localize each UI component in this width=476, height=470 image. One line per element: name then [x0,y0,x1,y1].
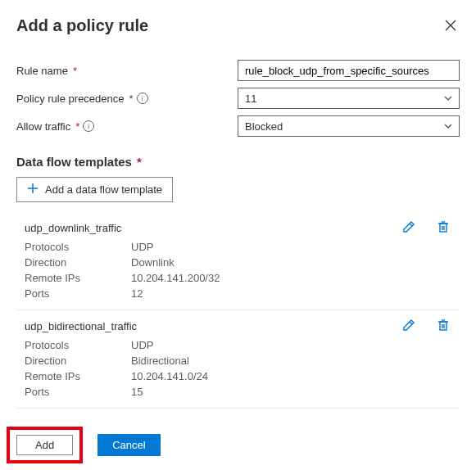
field-label: Remote IPs [25,272,131,284]
add-button[interactable]: Add [16,435,73,455]
svg-line-4 [410,224,412,226]
data-flow-template-item: udp_downlink_traffic Protocols UDP Direc… [16,212,460,310]
svg-line-10 [410,322,412,324]
precedence-select[interactable]: 11 [238,88,460,109]
close-icon [445,21,456,34]
template-name: udp_downlink_traffic [25,222,121,234]
info-icon[interactable]: i [83,120,94,132]
allow-traffic-label: Allow traffic* i [16,120,238,133]
field-label: Protocols [25,241,131,253]
highlight-box: Add [7,427,83,463]
field-value: Downlink [131,256,455,269]
pencil-icon [402,319,415,334]
edit-template-button[interactable] [402,220,415,236]
field-label: Remote IPs [25,370,131,382]
add-data-flow-template-button[interactable]: Add a data flow template [16,177,173,202]
field-value: 15 [131,386,455,398]
field-value: 12 [131,287,455,300]
data-flow-templates-heading: Data flow templates * [16,155,460,169]
svg-rect-5 [440,224,447,232]
field-label: Direction [25,256,131,269]
field-label: Direction [25,355,131,367]
field-label: Ports [25,386,131,398]
allow-traffic-value: Blocked [245,120,283,133]
precedence-label: Policy rule precedence* i [16,93,238,105]
field-label: Protocols [25,339,131,351]
field-value: UDP [131,241,455,253]
dialog-title: Add a policy rule [16,16,148,35]
field-value: UDP [131,339,455,351]
edit-template-button[interactable] [402,319,415,334]
field-value: Bidirectional [131,355,455,367]
delete-template-button[interactable] [437,220,450,236]
rule-name-label: Rule name* [16,65,238,77]
field-label: Ports [25,287,131,300]
trash-icon [437,220,450,236]
rule-name-input[interactable] [238,60,460,81]
close-button[interactable] [442,16,460,37]
delete-template-button[interactable] [437,319,450,334]
chevron-down-icon [444,120,452,133]
chevron-down-icon [444,93,452,105]
data-flow-template-item: udp_bidirectional_traffic Protocols UDP … [16,310,460,409]
cancel-button[interactable]: Cancel [97,434,160,456]
precedence-value: 11 [245,93,256,105]
field-value: 10.204.141.0/24 [131,370,455,382]
template-name: udp_bidirectional_traffic [25,320,137,332]
allow-traffic-select[interactable]: Blocked [238,115,460,137]
plus-icon [27,183,39,197]
trash-icon [437,319,450,334]
pencil-icon [402,220,415,236]
info-icon[interactable]: i [137,93,148,104]
svg-rect-11 [440,322,447,330]
field-value: 10.204.141.200/32 [131,272,455,284]
